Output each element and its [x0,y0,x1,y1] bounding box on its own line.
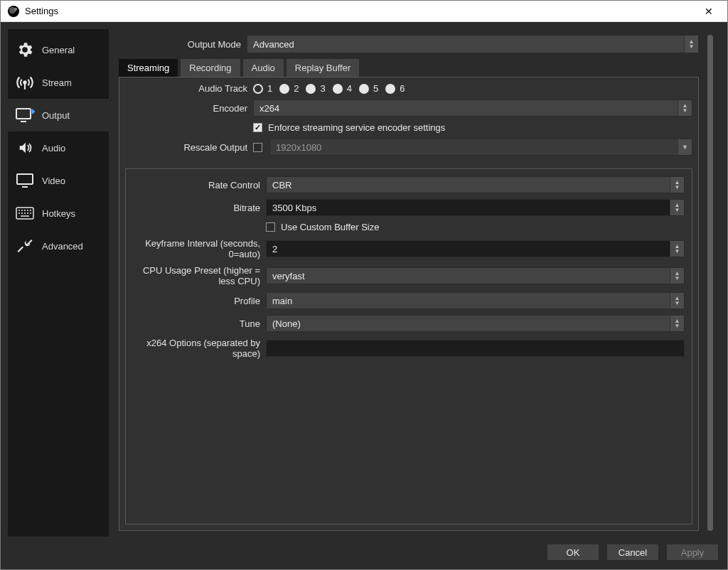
window-title: Settings [25,6,695,16]
sidebar-item-label: Video [42,176,65,186]
sidebar-item-hotkeys[interactable]: Hotkeys [8,197,109,230]
tune-select[interactable]: (None) ▲▼ [266,315,685,332]
cpu-preset-select[interactable]: veryfast ▲▼ [266,267,685,284]
audio-track-row: Audio Track 1 2 3 4 5 6 [125,83,692,94]
audio-track-1[interactable]: 1 [253,83,272,94]
encoder-label: Encoder [125,103,253,114]
cancel-button[interactable]: Cancel [606,544,659,561]
output-mode-row: Output Mode Advanced ▲▼ [119,35,699,53]
sidebar-item-video[interactable]: Video [8,164,109,197]
cpu-preset-label: CPU Usage Preset (higher = less CPU) [127,265,266,286]
x264-opts-label: x264 Options (separated by space) [127,338,266,359]
sidebar-item-label: Output [42,110,70,121]
sidebar-item-advanced[interactable]: Advanced [8,230,109,262]
updown-icon: ▲▼ [670,177,684,193]
bitrate-label: Bitrate [127,203,266,213]
enforce-row: Enforce streaming service encoder settin… [125,122,692,133]
sidebar-item-stream[interactable]: Stream [8,66,109,99]
updown-icon: ▲▼ [678,100,692,116]
ok-button[interactable]: OK [547,544,599,561]
audio-track-3[interactable]: 3 [306,83,325,94]
keyframe-input[interactable]: 2 ▲▼ [266,240,685,257]
settings-window: Settings ✕ General Stream Output [0,0,728,570]
rescale-row: Rescale Output 1920x1080 ▼ [125,139,692,156]
sidebar-item-label: Stream [42,77,72,88]
output-mode-label: Output Mode [119,39,247,50]
audio-track-2[interactable]: 2 [279,83,299,94]
footer: OK Cancel Apply [1,537,727,569]
bitrate-input[interactable]: 3500 Kbps ▲▼ [266,199,685,216]
encoder-select[interactable]: x264 ▲▼ [253,100,692,117]
tune-label: Tune [127,318,266,329]
tabs: Streaming Recording Audio Replay Buffer [119,59,699,77]
output-mode-select[interactable]: Advanced ▲▼ [247,35,699,53]
keyboard-icon [15,205,35,221]
content: General Stream Output Audio [1,22,727,537]
audio-icon [15,140,35,156]
audio-track-4[interactable]: 4 [333,83,352,94]
sidebar-item-audio[interactable]: Audio [8,131,109,164]
custom-buffer-label: Use Custom Buffer Size [281,222,379,232]
obs-icon [8,6,19,17]
spin-icon[interactable]: ▲▼ [670,200,684,215]
gear-icon [15,42,35,58]
updown-icon: ▲▼ [684,36,698,53]
svg-rect-1 [16,109,31,119]
titlebar: Settings ✕ [1,1,727,22]
scrollbar-thumb[interactable] [707,35,713,531]
sidebar: General Stream Output Audio [8,29,109,537]
chevron-down-icon: ▼ [678,139,692,155]
sidebar-item-label: Audio [42,143,65,154]
tools-icon [15,238,35,254]
spin-icon[interactable]: ▲▼ [670,241,684,257]
panel: Output Mode Advanced ▲▼ Streaming Record… [119,35,699,531]
profile-label: Profile [127,296,266,306]
output-mode-value: Advanced [253,39,294,50]
video-icon [15,173,35,188]
antenna-icon [15,75,35,90]
apply-button[interactable]: Apply [666,544,719,561]
enforce-label: Enforce streaming service encoder settin… [268,122,445,133]
audio-track-5[interactable]: 5 [359,83,378,94]
sidebar-item-label: Hotkeys [42,208,75,219]
tab-streaming[interactable]: Streaming [119,59,178,77]
svg-rect-2 [17,174,33,184]
close-button[interactable]: ✕ [695,6,723,17]
tab-body-streaming: Audio Track 1 2 3 4 5 6 Encoder [119,77,699,531]
rate-control-label: Rate Control [127,180,266,190]
sidebar-item-label: Advanced [42,241,83,252]
custom-buffer-checkbox[interactable] [266,222,275,232]
main: Output Mode Advanced ▲▼ Streaming Record… [109,29,720,537]
updown-icon: ▲▼ [670,316,684,331]
sidebar-item-general[interactable]: General [8,33,109,66]
tab-replay-buffer[interactable]: Replay Buffer [287,59,360,77]
x264-opts-input[interactable] [266,340,685,357]
sidebar-item-output[interactable]: Output [8,99,109,131]
encoder-row: Encoder x264 ▲▼ [125,100,692,117]
audio-track-6[interactable]: 6 [385,83,405,94]
audio-track-label: Audio Track [125,83,253,94]
updown-icon: ▲▼ [670,293,684,308]
encoder-settings-group: Rate Control CBR ▲▼ Bitrate 3500 Kbps ▲▼ [125,168,692,525]
tab-recording[interactable]: Recording [181,59,240,77]
output-icon [15,107,35,123]
tab-audio[interactable]: Audio [243,59,284,77]
keyframe-label: Keyframe Interval (seconds, 0=auto) [127,238,266,259]
profile-select[interactable]: main ▲▼ [266,292,685,309]
rate-control-select[interactable]: CBR ▲▼ [266,176,685,193]
rescale-label: Rescale Output [125,142,253,153]
rescale-checkbox[interactable] [253,143,262,152]
rescale-select[interactable]: 1920x1080 ▼ [269,139,692,156]
sidebar-item-label: General [42,45,75,55]
audio-track-radios: 1 2 3 4 5 6 [253,83,405,94]
enforce-checkbox[interactable] [253,123,262,132]
scrollbar[interactable] [707,35,713,531]
updown-icon: ▲▼ [670,268,684,284]
